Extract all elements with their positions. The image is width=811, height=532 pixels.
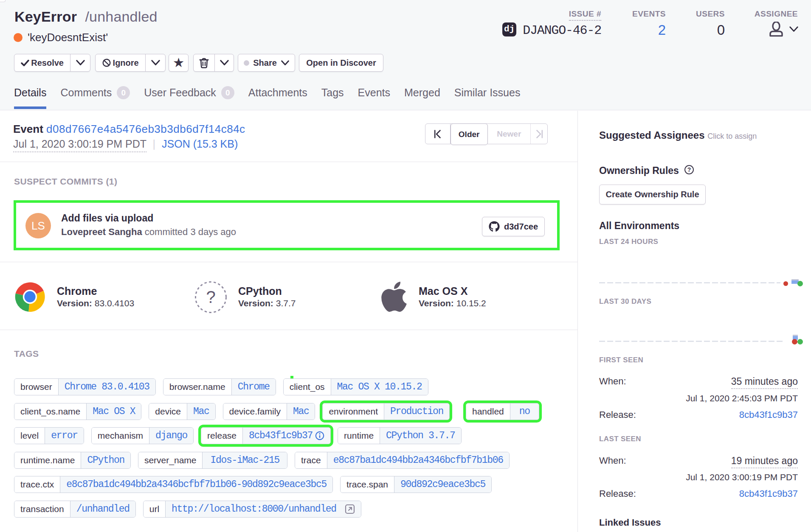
svg-text:?: ? [687, 166, 691, 173]
